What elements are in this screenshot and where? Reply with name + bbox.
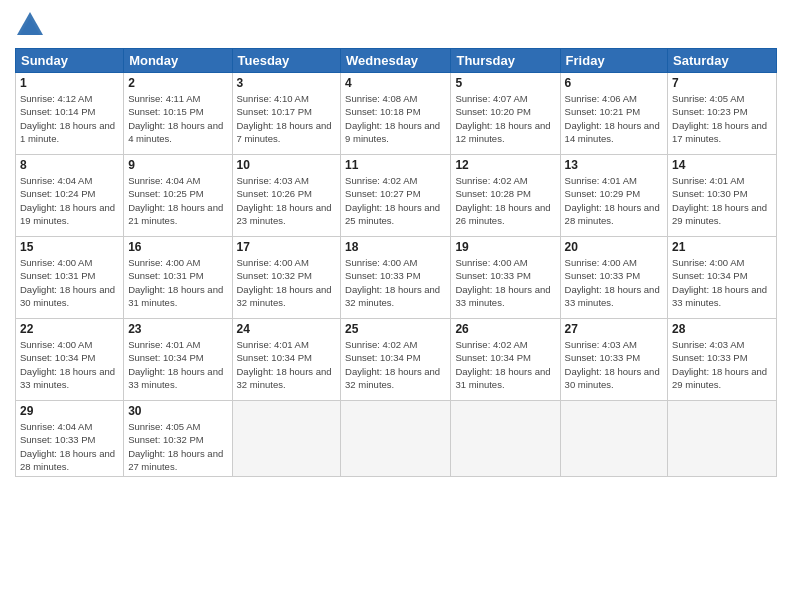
day-info: Sunrise: 4:10 AMSunset: 10:17 PMDaylight… [237,93,332,144]
calendar-cell [232,401,341,477]
day-number: 29 [20,404,119,418]
calendar-cell: 12Sunrise: 4:02 AMSunset: 10:28 PMDaylig… [451,155,560,237]
logo [15,10,48,40]
header [15,10,777,40]
calendar-cell: 17Sunrise: 4:00 AMSunset: 10:32 PMDaylig… [232,237,341,319]
day-number: 3 [237,76,337,90]
day-number: 22 [20,322,119,336]
day-info: Sunrise: 4:04 AMSunset: 10:24 PMDaylight… [20,175,115,226]
day-info: Sunrise: 4:02 AMSunset: 10:28 PMDaylight… [455,175,550,226]
day-number: 17 [237,240,337,254]
day-number: 15 [20,240,119,254]
calendar-cell: 3Sunrise: 4:10 AMSunset: 10:17 PMDayligh… [232,73,341,155]
calendar-cell: 13Sunrise: 4:01 AMSunset: 10:29 PMDaylig… [560,155,667,237]
day-number: 6 [565,76,663,90]
calendar-header-row: SundayMondayTuesdayWednesdayThursdayFrid… [16,49,777,73]
day-number: 7 [672,76,772,90]
calendar-cell: 26Sunrise: 4:02 AMSunset: 10:34 PMDaylig… [451,319,560,401]
calendar-cell: 23Sunrise: 4:01 AMSunset: 10:34 PMDaylig… [124,319,232,401]
calendar-cell [341,401,451,477]
calendar-cell: 30Sunrise: 4:05 AMSunset: 10:32 PMDaylig… [124,401,232,477]
day-number: 16 [128,240,227,254]
calendar-cell: 22Sunrise: 4:00 AMSunset: 10:34 PMDaylig… [16,319,124,401]
day-info: Sunrise: 4:07 AMSunset: 10:20 PMDaylight… [455,93,550,144]
day-info: Sunrise: 4:08 AMSunset: 10:18 PMDaylight… [345,93,440,144]
day-number: 11 [345,158,446,172]
logo-icon [15,10,45,40]
calendar-week-row: 15Sunrise: 4:00 AMSunset: 10:31 PMDaylig… [16,237,777,319]
day-info: Sunrise: 4:02 AMSunset: 10:34 PMDaylight… [345,339,440,390]
day-number: 24 [237,322,337,336]
day-number: 8 [20,158,119,172]
calendar-cell: 18Sunrise: 4:00 AMSunset: 10:33 PMDaylig… [341,237,451,319]
day-header-wednesday: Wednesday [341,49,451,73]
day-info: Sunrise: 4:00 AMSunset: 10:33 PMDaylight… [345,257,440,308]
calendar-cell: 2Sunrise: 4:11 AMSunset: 10:15 PMDayligh… [124,73,232,155]
day-info: Sunrise: 4:05 AMSunset: 10:32 PMDaylight… [128,421,223,472]
calendar-cell: 29Sunrise: 4:04 AMSunset: 10:33 PMDaylig… [16,401,124,477]
day-number: 2 [128,76,227,90]
day-header-thursday: Thursday [451,49,560,73]
day-number: 27 [565,322,663,336]
day-number: 18 [345,240,446,254]
day-info: Sunrise: 4:01 AMSunset: 10:30 PMDaylight… [672,175,767,226]
calendar-cell [451,401,560,477]
day-info: Sunrise: 4:03 AMSunset: 10:33 PMDaylight… [565,339,660,390]
calendar-cell: 14Sunrise: 4:01 AMSunset: 10:30 PMDaylig… [668,155,777,237]
day-info: Sunrise: 4:00 AMSunset: 10:34 PMDaylight… [672,257,767,308]
calendar-cell: 1Sunrise: 4:12 AMSunset: 10:14 PMDayligh… [16,73,124,155]
day-info: Sunrise: 4:06 AMSunset: 10:21 PMDaylight… [565,93,660,144]
page: SundayMondayTuesdayWednesdayThursdayFrid… [0,0,792,612]
day-number: 12 [455,158,555,172]
day-info: Sunrise: 4:00 AMSunset: 10:31 PMDaylight… [128,257,223,308]
calendar-cell: 28Sunrise: 4:03 AMSunset: 10:33 PMDaylig… [668,319,777,401]
day-number: 9 [128,158,227,172]
day-info: Sunrise: 4:00 AMSunset: 10:32 PMDaylight… [237,257,332,308]
calendar-cell: 21Sunrise: 4:00 AMSunset: 10:34 PMDaylig… [668,237,777,319]
calendar-cell: 27Sunrise: 4:03 AMSunset: 10:33 PMDaylig… [560,319,667,401]
calendar-cell: 11Sunrise: 4:02 AMSunset: 10:27 PMDaylig… [341,155,451,237]
day-number: 28 [672,322,772,336]
day-info: Sunrise: 4:00 AMSunset: 10:34 PMDaylight… [20,339,115,390]
day-number: 25 [345,322,446,336]
day-info: Sunrise: 4:03 AMSunset: 10:33 PMDaylight… [672,339,767,390]
day-number: 19 [455,240,555,254]
day-number: 4 [345,76,446,90]
day-info: Sunrise: 4:01 AMSunset: 10:34 PMDaylight… [128,339,223,390]
calendar-cell: 10Sunrise: 4:03 AMSunset: 10:26 PMDaylig… [232,155,341,237]
calendar-cell: 9Sunrise: 4:04 AMSunset: 10:25 PMDayligh… [124,155,232,237]
day-number: 26 [455,322,555,336]
calendar-cell: 7Sunrise: 4:05 AMSunset: 10:23 PMDayligh… [668,73,777,155]
day-info: Sunrise: 4:11 AMSunset: 10:15 PMDaylight… [128,93,223,144]
day-info: Sunrise: 4:00 AMSunset: 10:33 PMDaylight… [565,257,660,308]
day-number: 14 [672,158,772,172]
day-info: Sunrise: 4:01 AMSunset: 10:29 PMDaylight… [565,175,660,226]
day-info: Sunrise: 4:04 AMSunset: 10:33 PMDaylight… [20,421,115,472]
day-info: Sunrise: 4:00 AMSunset: 10:33 PMDaylight… [455,257,550,308]
day-info: Sunrise: 4:01 AMSunset: 10:34 PMDaylight… [237,339,332,390]
day-number: 20 [565,240,663,254]
day-number: 5 [455,76,555,90]
day-info: Sunrise: 4:03 AMSunset: 10:26 PMDaylight… [237,175,332,226]
calendar-cell: 8Sunrise: 4:04 AMSunset: 10:24 PMDayligh… [16,155,124,237]
day-number: 30 [128,404,227,418]
calendar-week-row: 1Sunrise: 4:12 AMSunset: 10:14 PMDayligh… [16,73,777,155]
calendar-cell: 16Sunrise: 4:00 AMSunset: 10:31 PMDaylig… [124,237,232,319]
calendar-cell [668,401,777,477]
day-header-friday: Friday [560,49,667,73]
day-number: 10 [237,158,337,172]
calendar-cell: 6Sunrise: 4:06 AMSunset: 10:21 PMDayligh… [560,73,667,155]
calendar-cell: 4Sunrise: 4:08 AMSunset: 10:18 PMDayligh… [341,73,451,155]
day-header-sunday: Sunday [16,49,124,73]
day-number: 23 [128,322,227,336]
calendar-week-row: 29Sunrise: 4:04 AMSunset: 10:33 PMDaylig… [16,401,777,477]
day-header-tuesday: Tuesday [232,49,341,73]
calendar-cell: 20Sunrise: 4:00 AMSunset: 10:33 PMDaylig… [560,237,667,319]
calendar-cell: 25Sunrise: 4:02 AMSunset: 10:34 PMDaylig… [341,319,451,401]
day-header-saturday: Saturday [668,49,777,73]
day-number: 1 [20,76,119,90]
calendar-week-row: 22Sunrise: 4:00 AMSunset: 10:34 PMDaylig… [16,319,777,401]
calendar-cell: 5Sunrise: 4:07 AMSunset: 10:20 PMDayligh… [451,73,560,155]
day-info: Sunrise: 4:05 AMSunset: 10:23 PMDaylight… [672,93,767,144]
day-number: 13 [565,158,663,172]
